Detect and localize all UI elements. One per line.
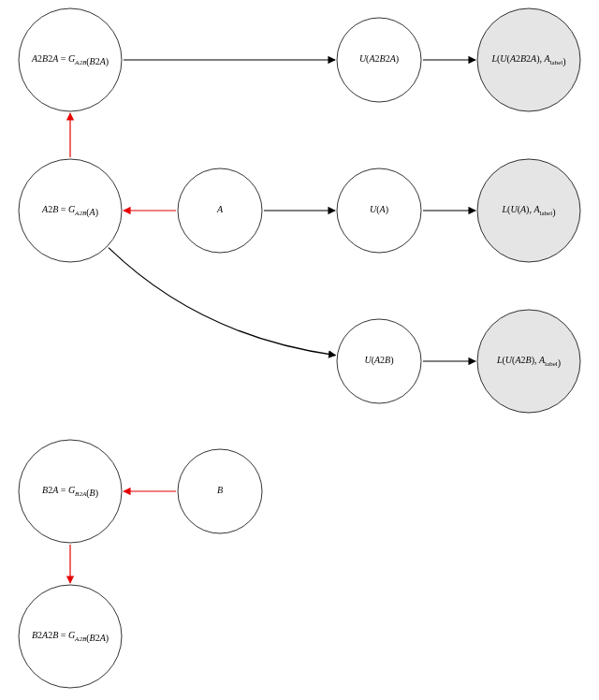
node-label: B: [217, 485, 223, 495]
node-label: A: [216, 204, 224, 214]
node-label: U(A2B): [364, 355, 393, 366]
edge-a2b-to-u_a2b: [109, 248, 336, 356]
node-b: B: [178, 449, 262, 533]
node-b2a: B2A = GB2A(B): [19, 440, 122, 543]
node-a2b2a: A2B2A = GA2B(B2A): [19, 8, 122, 111]
node-u_a2b: U(A2B): [337, 319, 421, 403]
node-l_a2b: L(U(A2B), Alabel): [477, 310, 580, 413]
edges-layer: [70, 60, 475, 583]
node-l_a: L(U(A), Alabel): [477, 159, 580, 262]
node-label: U(A2B2A): [359, 53, 399, 65]
node-u_a: U(A): [337, 168, 421, 253]
node-a2b: A2B = GA2B(A): [19, 159, 122, 262]
node-a: A: [178, 168, 262, 253]
nodes-layer: A2B2A = GA2B(B2A)U(A2B2A)L(U(A2B2A), Ala…: [19, 8, 580, 688]
node-u_a2b2a: U(A2B2A): [337, 18, 421, 102]
node-label: U(A): [370, 204, 388, 215]
node-b2a2b: B2A2B = GA2B(B2A): [19, 585, 122, 688]
node-l_a2b2a: L(U(A2B2A), Alabel): [477, 8, 580, 111]
diagram-canvas: A2B2A = GA2B(B2A)U(A2B2A)L(U(A2B2A), Ala…: [0, 0, 599, 700]
